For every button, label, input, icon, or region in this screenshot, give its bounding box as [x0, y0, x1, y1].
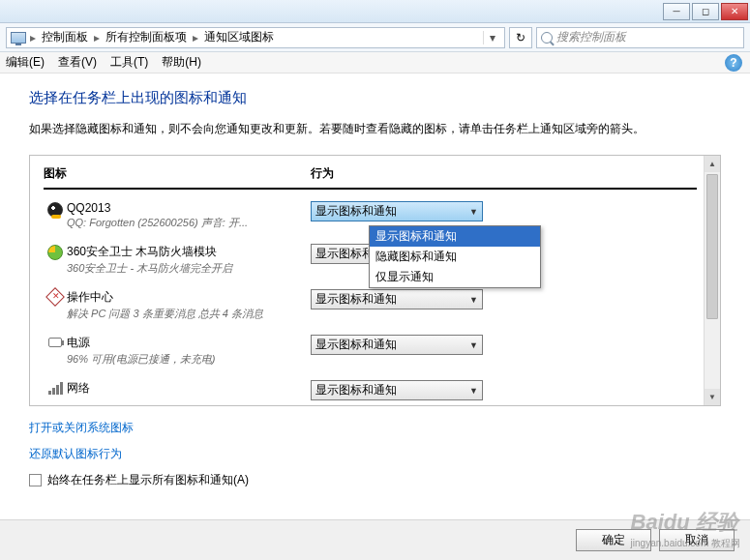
window-titlebar: ─ ◻ ✕	[0, 0, 750, 23]
row-title: 电源	[67, 335, 311, 351]
menu-bar: 编辑(E) 查看(V) 工具(T) 帮助(H) ?	[0, 52, 750, 74]
checkbox-label: 始终在任务栏上显示所有图标和通知(A)	[47, 472, 249, 488]
row-subtitle: QQ: Forgotten (252600256) 声音: 开...	[67, 216, 311, 230]
scroll-thumb[interactable]	[706, 174, 718, 319]
breadcrumb[interactable]: 控制面板	[40, 29, 90, 45]
power-icon	[48, 338, 62, 347]
computer-icon	[11, 32, 26, 44]
row-title: QQ2013	[67, 201, 311, 215]
breadcrumb[interactable]: 通知区域图标	[202, 29, 276, 45]
address-dropdown-button[interactable]: ▾	[483, 31, 500, 44]
maximize-button[interactable]: ◻	[692, 3, 719, 20]
cancel-button[interactable]: 取消	[659, 529, 735, 551]
chevron-down-icon: ▼	[469, 207, 478, 217]
menu-edit[interactable]: 编辑(E)	[6, 54, 45, 71]
qq-icon	[47, 202, 63, 218]
menu-tools[interactable]: 工具(T)	[110, 54, 148, 71]
dialog-footer: 确定 取消	[0, 519, 750, 560]
network-icon	[48, 381, 63, 395]
always-show-checkbox[interactable]	[29, 474, 42, 486]
breadcrumb-box[interactable]: ▸ 控制面板 ▸ 所有控制面板项 ▸ 通知区域图标 ▾	[6, 27, 505, 48]
close-button[interactable]: ✕	[721, 3, 748, 20]
notification-row: 网络 显示图标和通知▼	[44, 380, 697, 400]
page-title: 选择在任务栏上出现的图标和通知	[29, 89, 721, 107]
notification-row: 操作中心 解决 PC 问题 3 条重要消息 总共 4 条消息 显示图标和通知▼	[44, 289, 697, 321]
behavior-combobox[interactable]: 显示图标和通知▼	[311, 201, 483, 221]
scroll-up-button[interactable]: ▲	[705, 156, 720, 172]
dropdown-option[interactable]: 隐藏图标和通知	[370, 247, 540, 267]
link-restore-default[interactable]: 还原默认图标行为	[29, 446, 721, 462]
refresh-button[interactable]: ↻	[509, 27, 532, 48]
help-icon[interactable]: ?	[725, 54, 742, 72]
header-icon: 图标	[44, 165, 311, 182]
row-title: 网络	[67, 380, 311, 397]
search-icon	[541, 32, 553, 44]
search-placeholder: 搜索控制面板	[556, 29, 626, 45]
chevron-down-icon: ▼	[469, 386, 478, 396]
chevron-right-icon: ▸	[92, 31, 102, 44]
icon-list-panel: 图标 行为 QQ2013 QQ: Forgotten (252600256) 声…	[29, 155, 721, 406]
link-system-icons[interactable]: 打开或关闭系统图标	[29, 420, 721, 436]
row-title: 操作中心	[67, 289, 311, 306]
behavior-combobox[interactable]: 显示图标和通知▼	[311, 289, 483, 309]
action-center-icon	[45, 287, 65, 307]
dropdown-option[interactable]: 显示图标和通知	[370, 226, 540, 247]
menu-view[interactable]: 查看(V)	[58, 54, 97, 71]
chevron-down-icon: ▼	[469, 295, 478, 305]
behavior-combobox[interactable]: 显示图标和通知▼	[311, 380, 483, 400]
menu-help[interactable]: 帮助(H)	[162, 54, 201, 71]
chevron-right-icon: ▸	[28, 31, 38, 44]
scrollbar[interactable]: ▲ ▼	[704, 156, 720, 405]
address-bar: ▸ 控制面板 ▸ 所有控制面板项 ▸ 通知区域图标 ▾ ↻ 搜索控制面板	[0, 23, 750, 52]
notification-row: 电源 96% 可用(电源已接通，未充电) 显示图标和通知▼	[44, 335, 697, 367]
minimize-button[interactable]: ─	[663, 3, 690, 20]
row-subtitle: 360安全卫士 - 木马防火墙完全开启	[67, 261, 311, 276]
row-subtitle: 96% 可用(电源已接通，未充电)	[67, 352, 311, 367]
ok-button[interactable]: 确定	[576, 529, 651, 551]
360-icon	[47, 245, 63, 260]
header-behavior: 行为	[311, 165, 697, 182]
page-description: 如果选择隐藏图标和通知，则不会向您通知更改和更新。若要随时查看隐藏的图标，请单击…	[29, 121, 721, 137]
behavior-dropdown-list: 显示图标和通知 隐藏图标和通知 仅显示通知	[369, 225, 541, 288]
row-subtitle: 解决 PC 问题 3 条重要消息 总共 4 条消息	[67, 307, 311, 321]
column-headers: 图标 行为	[44, 165, 697, 190]
search-input[interactable]: 搜索控制面板	[536, 27, 744, 48]
breadcrumb[interactable]: 所有控制面板项	[104, 29, 189, 45]
row-title: 360安全卫士 木马防火墙模块	[67, 244, 311, 260]
content-area: 选择在任务栏上出现的图标和通知 如果选择隐藏图标和通知，则不会向您通知更改和更新…	[0, 74, 750, 488]
dropdown-option[interactable]: 仅显示通知	[370, 267, 540, 287]
always-show-checkbox-row: 始终在任务栏上显示所有图标和通知(A)	[29, 472, 721, 488]
behavior-combobox[interactable]: 显示图标和通知▼	[311, 335, 483, 355]
chevron-down-icon: ▼	[469, 340, 478, 350]
scroll-down-button[interactable]: ▼	[705, 389, 720, 405]
chevron-right-icon: ▸	[191, 31, 200, 44]
